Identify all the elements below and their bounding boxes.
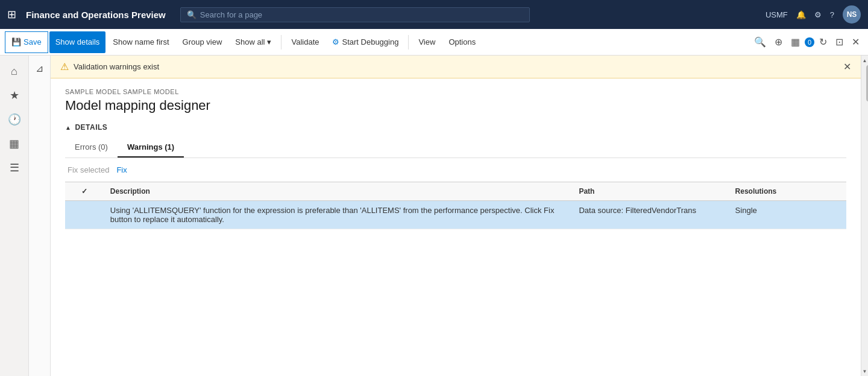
save-icon: 💾 [11, 37, 21, 46]
save-button[interactable]: 💾 Save [5, 31, 48, 53]
scroll-down-arrow[interactable]: ▼ [861, 366, 869, 376]
search-icon: 🔍 [187, 10, 197, 19]
table-header-row: ✓ Description Path Resolutions [65, 182, 846, 201]
warning-close-icon[interactable]: ✕ [843, 61, 851, 72]
toolbar-refresh-icon[interactable]: ↻ [816, 34, 831, 50]
tab-warnings[interactable]: Warnings (1) [118, 139, 184, 158]
action-bar: Fix selected Fix [65, 165, 846, 174]
main-layout: ⌂ ★ 🕐 ▦ ☰ ⊿ ⚠ Validation warnings exist … [0, 56, 868, 376]
details-section-header[interactable]: ▲ DETAILS [65, 123, 846, 132]
checkmark-icon: ✓ [81, 187, 87, 196]
show-all-button[interactable]: Show all ▾ [229, 31, 277, 53]
toolbar-pin-icon[interactable]: ⊕ [771, 34, 786, 50]
grid-icon[interactable]: ⊞ [7, 8, 16, 21]
validate-button[interactable]: Validate [285, 31, 325, 53]
right-scrollbar: ▲ ▼ [861, 56, 868, 376]
scroll-up-arrow[interactable]: ▲ [861, 56, 869, 65]
page-content: SAMPLE MODEL SAMPLE MODEL Model mapping … [51, 78, 861, 376]
sidebar-item-home[interactable]: ⌂ [4, 60, 25, 82]
options-button[interactable]: Options [442, 31, 482, 53]
toolbar-popout-icon[interactable]: ⊡ [832, 34, 847, 50]
sidebar: ⌂ ★ 🕐 ▦ ☰ [0, 56, 29, 376]
table-header-path[interactable]: Path [573, 182, 729, 201]
search-bar: 🔍 [180, 7, 530, 22]
user-label: USMF [766, 10, 788, 19]
sidebar-item-recent[interactable]: 🕐 [4, 109, 25, 130]
toolbar-close-icon[interactable]: ✕ [848, 34, 863, 50]
warnings-table: ✓ Description Path Resolutions [65, 182, 846, 229]
avatar[interactable]: NS [843, 5, 861, 24]
group-view-button[interactable]: Group view [177, 31, 228, 53]
tab-bar: Errors (0) Warnings (1) [65, 139, 846, 158]
show-details-button[interactable]: Show details [49, 31, 106, 53]
sidebar-item-favorites[interactable]: ★ [4, 84, 25, 106]
table-cell-resolutions: Single [729, 201, 846, 229]
help-icon[interactable]: ? [830, 10, 834, 19]
separator-1 [281, 35, 281, 49]
fix-selected-action: Fix selected [68, 165, 109, 174]
table-header-description[interactable]: Description [104, 182, 573, 201]
scroll-thumb[interactable] [866, 65, 869, 101]
toolbar-badge: 0 [805, 37, 814, 47]
filter-icon[interactable]: ⊿ [36, 63, 43, 74]
table-cell-description: Using 'ALLITEMSQUERY' function for the e… [104, 201, 573, 229]
toolbar: 💾 Save Show details Show name first Grou… [0, 29, 868, 56]
show-all-chevron-icon: ▾ [267, 37, 271, 46]
content-area: ⚠ Validation warnings exist ✕ SAMPLE MOD… [51, 56, 861, 376]
tab-errors[interactable]: Errors (0) [65, 139, 118, 158]
warning-text: Validation warnings exist [74, 62, 159, 71]
section-label: DETAILS [75, 123, 107, 132]
gear-icon[interactable]: ⚙ [814, 10, 822, 19]
fix-action[interactable]: Fix [116, 165, 127, 174]
top-nav: ⊞ Finance and Operations Preview 🔍 USMF … [0, 0, 868, 29]
top-nav-right: USMF 🔔 ⚙ ? NS [766, 5, 861, 24]
bell-icon[interactable]: 🔔 [796, 10, 806, 19]
show-name-first-button[interactable]: Show name first [107, 31, 175, 53]
separator-2 [408, 35, 409, 49]
toolbar-columns-icon[interactable]: ▦ [787, 34, 804, 50]
app-title: Finance and Operations Preview [26, 10, 166, 20]
table-cell-check [65, 201, 104, 229]
start-debugging-button[interactable]: ⚙ Start Debugging [326, 31, 404, 53]
section-arrow-icon: ▲ [65, 124, 71, 131]
page-title: Model mapping designer [65, 98, 846, 113]
sidebar-item-dashboard[interactable]: ▦ [4, 133, 25, 155]
warning-banner: ⚠ Validation warnings exist ✕ [51, 56, 861, 78]
table-header-check: ✓ [65, 182, 104, 201]
table-header-resolutions[interactable]: Resolutions [729, 182, 846, 201]
warning-icon: ⚠ [60, 61, 69, 72]
toolbar-search-icon[interactable]: 🔍 [750, 34, 770, 50]
search-input[interactable] [200, 10, 523, 19]
table-cell-path: Data source: FilteredVendorTrans [573, 201, 729, 229]
debug-icon: ⚙ [332, 37, 339, 46]
breadcrumb: SAMPLE MODEL SAMPLE MODEL [65, 88, 846, 95]
sidebar-item-list[interactable]: ☰ [4, 157, 25, 179]
table-row[interactable]: Using 'ALLITEMSQUERY' function for the e… [65, 201, 846, 229]
view-button[interactable]: View [412, 31, 441, 53]
